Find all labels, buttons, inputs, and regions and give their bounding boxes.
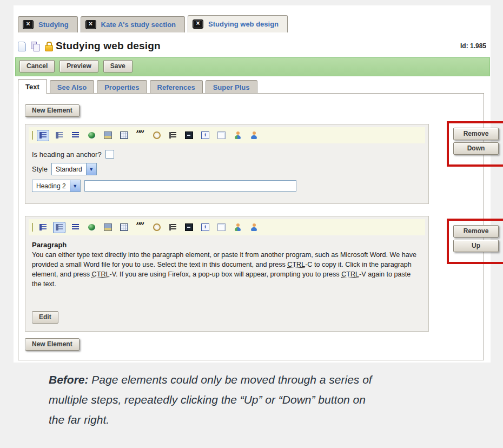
style-select-value: Standard (52, 166, 86, 173)
editor-tab[interactable]: Text (18, 79, 47, 94)
paragraph-element-title: Paragraph (32, 241, 428, 249)
bullet-list-icon[interactable] (69, 222, 82, 233)
page-icon-glyph (217, 223, 226, 231)
form-box-icon-glyph (185, 223, 193, 231)
paragraph-element-body: You can either type text directly into t… (32, 250, 421, 289)
heading-element-box: Is heading an anchor? Style Standard ▼ H… (25, 124, 429, 204)
numbered-list-icon[interactable] (167, 130, 179, 141)
paragraph-element-icon[interactable] (53, 130, 65, 141)
paragraph-element-icon[interactable] (53, 222, 65, 233)
down-button[interactable]: Down (453, 142, 499, 155)
form-box-icon-glyph (185, 131, 193, 139)
paragraph-element-icon-glyph (56, 132, 63, 139)
save-button[interactable]: Save (103, 60, 133, 73)
window-tab[interactable]: ×Kate A's study section (81, 16, 185, 32)
editor-tab[interactable]: Super Plus (206, 80, 257, 94)
heading-text-input[interactable] (84, 180, 296, 192)
link-globe-icon-glyph (88, 132, 95, 139)
clock-icon[interactable] (150, 130, 163, 141)
document-header: Studying web design Id: 1.985 (18, 37, 486, 58)
heading-element-icon[interactable] (37, 130, 49, 141)
window-tab[interactable]: ×Studying (18, 16, 78, 32)
user-icon-glyph (250, 224, 257, 230)
new-element-button-top[interactable]: New Element (25, 104, 80, 117)
page-icon[interactable] (215, 130, 228, 141)
form-box-icon[interactable] (183, 222, 195, 233)
quote-icon[interactable] (134, 222, 147, 233)
table-icon[interactable] (118, 130, 130, 141)
link-globe-icon[interactable] (85, 222, 98, 233)
window-tab[interactable]: ×Studying web design (188, 15, 288, 32)
editor-tab[interactable]: References (150, 80, 203, 94)
bullet-list-icon-glyph (72, 224, 79, 230)
info-box-icon[interactable] (199, 130, 211, 141)
user-icon[interactable] (248, 222, 260, 233)
action-bar: Cancel Preview Save (15, 57, 490, 76)
new-page-icon[interactable] (18, 42, 26, 51)
page-icon-glyph (217, 131, 226, 139)
clock-icon-glyph (153, 131, 161, 139)
info-box-icon[interactable] (199, 222, 211, 233)
remove-button[interactable]: Remove (453, 128, 499, 140)
page-icon[interactable] (215, 222, 228, 233)
cancel-button[interactable]: Cancel (19, 60, 55, 73)
quote-icon-glyph (137, 224, 144, 230)
editor-tab-bar: TextSee AlsoPropertiesReferencesSuper Pl… (18, 79, 260, 94)
heading-level-value: Heading 2 (32, 182, 70, 190)
close-tab-icon[interactable]: × (23, 20, 34, 29)
numbered-list-icon-glyph (169, 224, 176, 230)
element-type-toolbar (29, 219, 425, 235)
paragraph-element-box: Paragraph You can either type text direc… (25, 216, 429, 332)
heading-move-buttons: Remove Down (453, 128, 499, 155)
editor-tab[interactable]: See Also (50, 80, 94, 94)
copy-page-icon[interactable] (31, 42, 40, 51)
page-title: Studying web design (56, 40, 161, 52)
add-user-icon[interactable] (231, 130, 244, 141)
style-select[interactable]: Standard ▼ (51, 163, 97, 175)
element-type-toolbar (29, 127, 425, 143)
page-id: Id: 1.985 (460, 42, 486, 50)
preview-button[interactable]: Preview (59, 60, 98, 73)
numbered-list-icon-glyph (169, 132, 176, 139)
paragraph-move-buttons: Remove Up (453, 225, 499, 252)
info-box-icon-glyph (201, 131, 209, 139)
link-globe-icon-glyph (88, 224, 95, 230)
anchor-checkbox[interactable] (105, 150, 114, 159)
chevron-down-icon[interactable]: ▼ (70, 180, 80, 192)
style-label: Style (32, 165, 48, 173)
cms-window: ×Studying×Kate A's study section×Studyin… (14, 5, 491, 363)
edit-button[interactable]: Edit (32, 311, 58, 324)
lock-icon (45, 45, 53, 51)
anchor-question-label: Is heading an anchor? (32, 150, 102, 159)
up-button[interactable]: Up (453, 240, 499, 252)
close-tab-icon[interactable]: × (193, 19, 203, 29)
remove-button[interactable]: Remove (453, 225, 499, 238)
chevron-down-icon[interactable]: ▼ (86, 163, 96, 175)
user-icon[interactable] (248, 130, 260, 141)
heading-level-select[interactable]: Heading 2 ▼ (32, 180, 81, 192)
toolbar-separator (32, 131, 33, 140)
image-icon[interactable] (102, 130, 114, 141)
table-icon[interactable] (118, 222, 130, 233)
image-icon[interactable] (102, 222, 114, 233)
info-box-icon-glyph (201, 223, 209, 231)
table-icon-glyph (120, 131, 128, 139)
image-icon-glyph (104, 131, 112, 139)
screenshot-figure: ×Studying×Kate A's study section×Studyin… (0, 0, 503, 448)
form-box-icon[interactable] (183, 130, 195, 141)
heading-element-icon[interactable] (37, 222, 49, 233)
window-tab-label: Studying (38, 21, 69, 29)
quote-icon[interactable] (134, 130, 147, 141)
new-element-button-bottom[interactable]: New Element (25, 338, 80, 351)
add-user-icon-glyph (234, 224, 241, 230)
editor-tab[interactable]: Properties (97, 80, 147, 94)
close-tab-icon[interactable]: × (85, 20, 96, 29)
clock-icon-glyph (153, 223, 161, 231)
add-user-icon[interactable] (231, 222, 244, 233)
link-globe-icon[interactable] (85, 130, 98, 141)
bullet-list-icon[interactable] (69, 130, 82, 141)
numbered-list-icon[interactable] (167, 222, 179, 233)
clock-icon[interactable] (150, 222, 163, 233)
heading-element-icon-glyph (39, 224, 47, 230)
window-tab-label: Kate A's study section (101, 21, 176, 29)
